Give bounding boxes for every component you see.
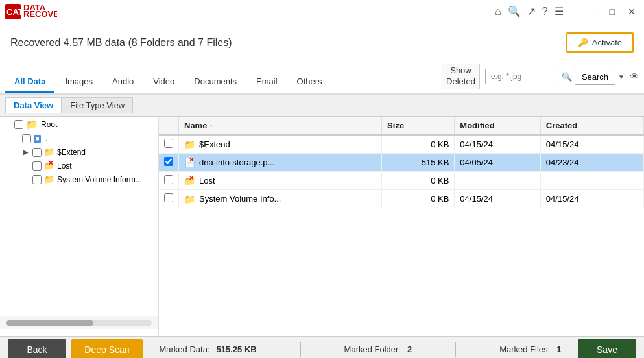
window-controls: ⌂ 🔍 ↗ ? ☰ ─ □ ✕ bbox=[495, 5, 639, 18]
search-btn-area: 🔍 Search ▼ 👁 bbox=[562, 69, 639, 85]
help-icon[interactable]: ? bbox=[542, 6, 548, 18]
marked-data-value: 515.25 KB bbox=[217, 344, 257, 354]
col-checkbox bbox=[159, 117, 179, 135]
row-modified-cell: 04/15/24 bbox=[455, 190, 541, 208]
home-icon[interactable]: ⌂ bbox=[495, 6, 501, 18]
scrollbar-thumb bbox=[6, 320, 93, 326]
table-header-row: Name ↑ Size Modified Created bbox=[159, 117, 644, 135]
save-button[interactable]: Save bbox=[578, 339, 636, 359]
search-input[interactable] bbox=[485, 69, 556, 84]
drive-icon: ■ bbox=[34, 135, 41, 143]
show-deleted-label: Show bbox=[450, 66, 471, 77]
folder-icon-root: 📁 bbox=[26, 119, 38, 130]
tree-label-extend: $Extend bbox=[57, 148, 86, 157]
menu-icon[interactable]: ☰ bbox=[555, 5, 564, 18]
file-name-label: Lost bbox=[199, 176, 215, 185]
file-checkbox[interactable] bbox=[164, 193, 173, 202]
table-row: 📁$Extend0 KB04/15/2404/15/24 bbox=[159, 135, 644, 154]
expand-icon-extend: ▶ bbox=[22, 149, 30, 156]
marked-files-label: Marked Files: 1 bbox=[499, 344, 561, 354]
tab-audio[interactable]: Audio bbox=[103, 71, 143, 93]
search-icon[interactable]: 🔍 bbox=[508, 5, 521, 18]
tree-checkbox-sysvolinfo[interactable] bbox=[32, 175, 42, 184]
search-button[interactable]: Search bbox=[575, 69, 615, 85]
row-modified-cell bbox=[455, 172, 541, 190]
tree-item-drive[interactable]: − ■ . bbox=[0, 132, 158, 145]
search-dropdown-arrow[interactable]: ▼ bbox=[618, 73, 625, 80]
row-modified-cell: 04/15/24 bbox=[455, 135, 541, 154]
share-icon[interactable]: ↗ bbox=[527, 5, 536, 18]
tree-checkbox-extend[interactable] bbox=[32, 148, 42, 157]
file-checkbox[interactable] bbox=[164, 139, 173, 148]
tab-email[interactable]: Email bbox=[247, 71, 287, 93]
logo-icon: CAT DATA RECOVERY bbox=[5, 4, 57, 19]
tree-item-lost[interactable]: 📁 ✕ Lost bbox=[0, 159, 158, 173]
minimize-button[interactable]: ─ bbox=[587, 5, 600, 18]
tree-checkbox-drive[interactable] bbox=[22, 134, 31, 143]
maximize-button[interactable]: □ bbox=[606, 5, 618, 18]
file-checkbox[interactable] bbox=[164, 175, 173, 184]
close-button[interactable]: ✕ bbox=[625, 5, 639, 18]
col-extra bbox=[623, 117, 644, 135]
damaged-folder-icon: 📁✕ bbox=[184, 176, 195, 186]
title-bar: CAT DATA RECOVERY ⌂ 🔍 ↗ ? ☰ ─ □ ✕ bbox=[0, 0, 644, 23]
col-modified[interactable]: Modified bbox=[455, 117, 541, 135]
col-name[interactable]: Name ↑ bbox=[179, 117, 382, 135]
tree-label-sysvolinfo: System Volume Inform... bbox=[57, 175, 142, 184]
status-info-section: Marked Data: 515.25 KB Marked Folder: 2 … bbox=[143, 342, 578, 357]
tree-label-root: Root bbox=[41, 120, 57, 129]
tree-scrollbar-track[interactable] bbox=[0, 316, 158, 329]
file-table: Name ↑ Size Modified Created 📁$Extend0 K… bbox=[159, 117, 644, 208]
key-icon: 🔑 bbox=[578, 38, 588, 47]
tree-item-extend[interactable]: ▶ 📁 $Extend bbox=[0, 145, 158, 159]
col-size[interactable]: Size bbox=[382, 117, 455, 135]
file-checkbox[interactable] bbox=[164, 157, 173, 166]
expand-icon-root: − bbox=[4, 121, 12, 128]
folder-icon: 📁 bbox=[184, 139, 195, 150]
show-deleted-button[interactable]: Show Deleted bbox=[442, 64, 480, 90]
show-deleted-label2: Deleted bbox=[446, 77, 475, 88]
tab-all-data[interactable]: All Data bbox=[5, 71, 54, 93]
back-button[interactable]: Back bbox=[8, 339, 66, 359]
divider-1 bbox=[300, 342, 301, 357]
tree-panel: − 📁 Root − ■ . ▶ 📁 $Extend 📁 ✕ Lo bbox=[0, 117, 159, 336]
row-modified-cell: 04/05/24 bbox=[455, 154, 541, 172]
row-name-cell: 📁✕Lost bbox=[179, 172, 382, 190]
file-type-view-button[interactable]: File Type View bbox=[62, 97, 133, 113]
row-extra-cell bbox=[623, 135, 644, 154]
tree-item-sysvolinfo[interactable]: 📁 System Volume Inform... bbox=[0, 173, 158, 186]
table-row: 📁✕Lost0 KB bbox=[159, 172, 644, 190]
row-extra-cell bbox=[623, 172, 644, 190]
deep-scan-button[interactable]: Deep Scan bbox=[71, 339, 143, 359]
tab-video[interactable]: Video bbox=[144, 71, 184, 93]
row-extra-cell bbox=[623, 190, 644, 208]
tab-others[interactable]: Others bbox=[288, 71, 331, 93]
tab-documents[interactable]: Documents bbox=[185, 71, 246, 93]
row-size-cell: 0 KB bbox=[382, 190, 455, 208]
table-row: 📁System Volume Info...0 KB04/15/2404/15/… bbox=[159, 190, 644, 208]
folder-icon-sysvolinfo: 📁 bbox=[44, 174, 54, 184]
main-content: − 📁 Root − ■ . ▶ 📁 $Extend 📁 ✕ Lo bbox=[0, 117, 644, 336]
activate-button[interactable]: 🔑 Activate bbox=[566, 32, 634, 53]
divider-2 bbox=[455, 342, 456, 357]
row-name-cell: 📄✕dna-info-storage.p... bbox=[179, 154, 382, 172]
row-size-cell: 0 KB bbox=[382, 135, 455, 154]
horizontal-scrollbar[interactable] bbox=[6, 320, 152, 326]
row-created-cell: 04/23/24 bbox=[540, 154, 623, 172]
view-toggle-bar: Data View File Type View bbox=[0, 95, 644, 117]
tree-checkbox-root[interactable] bbox=[14, 120, 23, 129]
eye-icon[interactable]: 👁 bbox=[630, 71, 639, 82]
tab-images[interactable]: Images bbox=[56, 71, 102, 93]
file-name-label: $Extend bbox=[199, 139, 230, 149]
row-created-cell bbox=[540, 172, 623, 190]
file-panel: Name ↑ Size Modified Created 📁$Extend0 K… bbox=[159, 117, 644, 336]
table-row: 📄✕dna-info-storage.p...515 KB04/05/2404/… bbox=[159, 154, 644, 172]
tree-item-root[interactable]: − 📁 Root bbox=[0, 117, 158, 132]
sort-icon: ↑ bbox=[209, 123, 213, 130]
row-size-cell: 515 KB bbox=[382, 154, 455, 172]
row-extra-cell bbox=[623, 154, 644, 172]
data-view-button[interactable]: Data View bbox=[5, 97, 62, 113]
col-created[interactable]: Created bbox=[540, 117, 623, 135]
row-checkbox-cell bbox=[159, 190, 179, 208]
tree-checkbox-lost[interactable] bbox=[32, 161, 42, 171]
